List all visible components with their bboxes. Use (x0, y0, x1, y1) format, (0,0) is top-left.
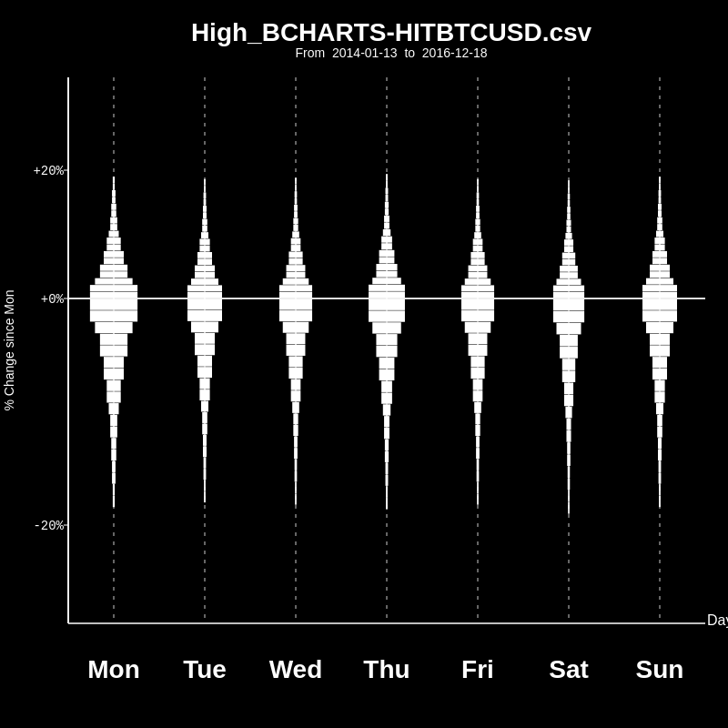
chart-container (0, 0, 728, 728)
